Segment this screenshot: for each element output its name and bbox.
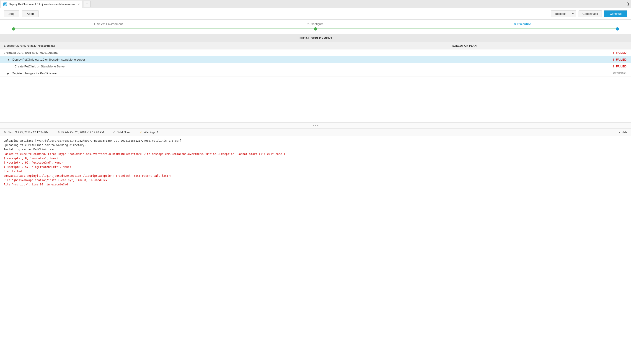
- col-plan-header: EXECUTION PLAN: [395, 42, 535, 50]
- row-id-cell: 27c5a8bf-397a-497d-aa47-760c106feaad: [0, 50, 395, 56]
- row-plan-cell: [395, 50, 535, 56]
- row-label-cell: Create PetClinic on Standalone Server: [0, 63, 395, 70]
- log-line-error: com.xebialabs.deployit.plugin.jbossdm.ex…: [4, 174, 627, 178]
- tab-close-button[interactable]: ×: [78, 2, 80, 6]
- status-badge: FAILED: [616, 58, 626, 61]
- steps-labels: 1. Select Environment 2. Configure 3. Ex…: [5, 22, 626, 26]
- exclamation-icon: !: [613, 65, 614, 68]
- execution-table: 27c5a8bf-397a-497d-aa47-760c106feaad EXE…: [0, 42, 631, 77]
- log-line: Installing ear as PetClinic.ear: [4, 148, 627, 152]
- step-2-dot: [314, 27, 317, 30]
- log-start: ⚑ Start: Oct 25, 2018 - 12:17:24 PM: [4, 131, 48, 134]
- log-warnings-text: Warnings: 1: [144, 131, 158, 134]
- chevron-up-icon: ∨: [619, 131, 621, 134]
- main-container: Stop Abort Rollback Cancel task Continue…: [0, 8, 631, 364]
- table-row: Create PetClinic on Standalone Server ! …: [0, 63, 631, 70]
- steps-container: 1. Select Environment 2. Configure 3. Ex…: [0, 20, 631, 34]
- status-badge: FAILED: [616, 65, 626, 68]
- table-row[interactable]: ▶ Register changes for PetClinic-ear PEN…: [0, 70, 631, 77]
- log-total: ⏱ Total: 3 sec: [113, 131, 131, 134]
- log-hide-button[interactable]: ∨ Hide: [619, 131, 627, 134]
- chevron-down-icon: [572, 13, 574, 14]
- log-start-text: Start: Oct 25, 2018 - 12:17:24 PM: [8, 131, 48, 134]
- step-3-label: 3. Execution: [419, 22, 626, 26]
- step-1-dot: [12, 27, 15, 30]
- table-row[interactable]: ▼ Deploy PetClinic-ear 1.0 on jbossdm-st…: [0, 56, 631, 63]
- row-status-cell: PENDING: [534, 70, 631, 77]
- start-icon: ⚑: [4, 131, 6, 134]
- log-line-error: ('<script>', 99, 'executeCmd', None): [4, 160, 627, 165]
- log-line-error: Failed to execute command. Error <type '…: [4, 152, 627, 156]
- deploy-icon: [4, 2, 7, 6]
- step-1-label: 1. Select Environment: [5, 22, 212, 26]
- row-id-label: 27c5a8bf-397a-497d-aa47-760c106feaad: [4, 51, 58, 54]
- abort-button[interactable]: Abort: [22, 10, 39, 17]
- cancel-task-button[interactable]: Cancel task: [578, 10, 602, 17]
- active-tab[interactable]: Deploy PetClinic-ear 1.0 to jbossdm-stan…: [1, 0, 82, 8]
- log-line-error: ('<script>', 8, '<module>', None): [4, 156, 627, 160]
- step-2-label: 2. Configure: [212, 22, 419, 26]
- row-status-cell: ! FAILED: [534, 63, 631, 70]
- new-tab-button[interactable]: +: [83, 1, 91, 7]
- row-label: Register changes for PetClinic-ear: [12, 72, 57, 75]
- status-badge: PENDING: [613, 72, 626, 75]
- row-label: Create PetClinic on Standalone Server: [15, 65, 65, 68]
- tab-title: Deploy PetClinic-ear 1.0 to jbossdm-stan…: [9, 3, 75, 6]
- log-finish-text: Finish: Oct 25, 2018 - 12:17:26 PM: [61, 131, 104, 134]
- log-finish: ⚑ Finish: Oct 25, 2018 - 12:17:26 PM: [58, 131, 104, 134]
- expand-icon[interactable]: ▶: [7, 72, 9, 75]
- log-panel: ⚑ Start: Oct 25, 2018 - 12:17:24 PM ⚑ Fi…: [0, 129, 631, 190]
- col-status-header: [534, 42, 631, 50]
- row-status-cell: ! FAILED: [534, 56, 631, 63]
- stop-button[interactable]: Stop: [4, 10, 19, 17]
- separator-dots: • • •: [0, 122, 631, 129]
- toolbar: Stop Abort Rollback Cancel task Continue: [0, 8, 631, 20]
- row-label-cell: ▶ Register changes for PetClinic-ear: [0, 70, 395, 77]
- row-plan-cell: [395, 70, 535, 77]
- log-line-error: File "jboss/dm/application/install-ear.p…: [4, 178, 627, 182]
- row-plan-cell: [395, 56, 535, 63]
- section-header: INITIAL DEPLOYMENT: [0, 34, 631, 42]
- rollback-group: Rollback Cancel task Continue: [551, 10, 627, 17]
- exclamation-icon: !: [613, 51, 614, 54]
- clock-icon: ⏱: [113, 131, 116, 134]
- col-id-header: 27c5a8bf-397a-497d-aa47-760c106feaad: [0, 42, 395, 50]
- table-row: 27c5a8bf-397a-497d-aa47-760c106feaad ! F…: [0, 50, 631, 56]
- log-content: Uploading artifact [/var/folders/38/y08v…: [0, 136, 631, 190]
- row-label-cell: ▼ Deploy PetClinic-ear 1.0 on jbossdm-st…: [0, 56, 395, 63]
- row-label: Deploy PetClinic-ear 1.0 on jbossdm-stan…: [13, 58, 85, 61]
- exclamation-icon: !: [613, 58, 614, 61]
- row-plan-cell: [395, 63, 535, 70]
- log-line-error: ('<script>', 57, 'logErrorAndExit', None…: [4, 165, 627, 169]
- continue-button[interactable]: Continue: [604, 10, 627, 17]
- steps-track: [14, 28, 617, 30]
- step-3-dot: [616, 27, 619, 30]
- rollback-dropdown-button[interactable]: [570, 10, 576, 17]
- log-line-error: Step failed: [4, 169, 627, 174]
- tab-bar: Deploy PetClinic-ear 1.0 to jbossdm-stan…: [0, 0, 631, 8]
- log-line: Uploading file PetClinic.ear to working …: [4, 143, 627, 148]
- expand-icon[interactable]: ▼: [7, 58, 10, 61]
- log-meta-bar: ⚑ Start: Oct 25, 2018 - 12:17:24 PM ⚑ Fi…: [0, 129, 631, 136]
- rollback-button[interactable]: Rollback: [551, 10, 570, 17]
- tab-collapse-button[interactable]: ❯: [627, 2, 630, 6]
- log-line-error: File "<script>", line 99, in executeCmd: [4, 182, 627, 187]
- content-spacer: [0, 77, 631, 122]
- log-total-text: Total: 3 sec: [117, 131, 131, 134]
- row-status-cell: ! FAILED: [534, 50, 631, 56]
- hide-label: Hide: [622, 131, 627, 134]
- finish-icon: ⚑: [58, 131, 60, 134]
- warning-icon: ⚠: [140, 131, 142, 134]
- log-line: Uploading artifact [/var/folders/38/y08v…: [4, 139, 627, 143]
- status-badge: FAILED: [616, 51, 626, 54]
- log-warnings: ⚠ Warnings: 1: [140, 131, 158, 134]
